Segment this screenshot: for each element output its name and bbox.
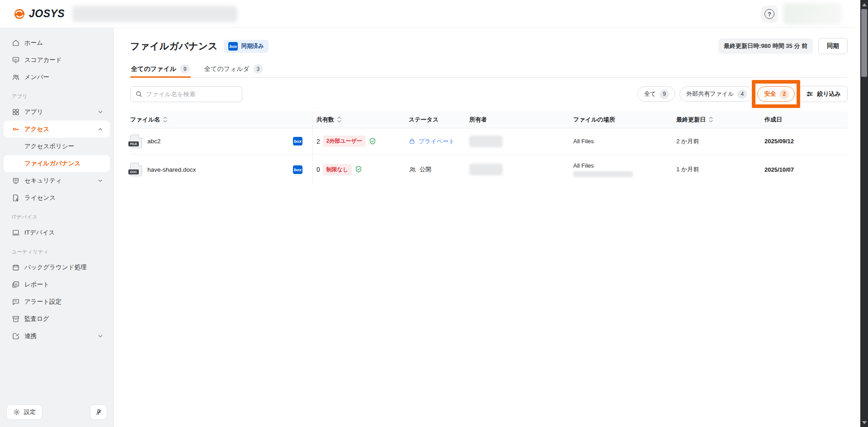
sidebar-item-integration[interactable]: 連携 — [4, 328, 110, 345]
sidebar-item-apps[interactable]: アプリ — [4, 103, 110, 121]
search-input[interactable] — [146, 91, 237, 98]
status-public: 公開 — [409, 165, 431, 174]
no-restriction-tag: 制限なし — [323, 164, 352, 175]
sidebar-item-scorecard[interactable]: スコアカード — [4, 52, 110, 69]
shield-check-icon — [368, 137, 377, 145]
josys-logo[interactable]: JOSYS — [0, 8, 65, 20]
brand-text: JOSYS — [29, 8, 65, 20]
file-name[interactable]: abc2 — [147, 138, 160, 145]
sidebar-item-background[interactable]: バックグラウンド処理 — [4, 259, 110, 276]
top-header: JOSYS ? — [0, 0, 860, 28]
filter-chip-safe[interactable]: 安全 2 — [757, 86, 795, 102]
file-location[interactable]: All Files — [573, 138, 594, 145]
sidebar-item-audit[interactable]: 監査ログ — [4, 310, 110, 328]
table-row[interactable]: DOC have-shared.docx box 0 制限なし 公開 — [130, 155, 848, 184]
sliders-icon — [806, 90, 813, 98]
sidebar-item-alerts[interactable]: アラート設定 — [4, 293, 110, 310]
file-name[interactable]: have-shared.docx — [147, 166, 196, 173]
sidebar-item-security[interactable]: セキュリティ — [4, 172, 110, 189]
sort-icon[interactable] — [337, 117, 342, 122]
file-type-icon: FILE — [130, 135, 142, 148]
box-logo-icon: box — [228, 42, 238, 51]
laptop-icon — [12, 229, 20, 237]
sort-icon[interactable] — [708, 117, 713, 122]
tab-all-folders-count: 3 — [253, 64, 263, 74]
sidebar-item-access[interactable]: アクセス — [4, 121, 110, 138]
files-table: ファイル名 共有数 ステータス 所有者 ファイルの場所 最終更新日 — [130, 111, 848, 184]
sidebar-item-reports[interactable]: レポート — [4, 276, 110, 293]
refine-filter-button[interactable]: 絞り込み — [799, 86, 848, 102]
file-search — [130, 86, 242, 102]
box-provider-icon: box — [293, 165, 302, 174]
gear-icon — [13, 408, 20, 416]
redacted-location-detail — [573, 171, 633, 177]
chevron-down-icon — [97, 178, 104, 184]
status-private: プライベート — [409, 137, 455, 145]
sidebar-item-license[interactable]: ライセンス — [4, 189, 110, 206]
col-status: ステータス — [405, 116, 466, 124]
sidebar-item-home[interactable]: ホーム — [4, 34, 110, 52]
filter-chip-external[interactable]: 外部共有ファイル 4 — [679, 86, 753, 102]
redacted-profile[interactable] — [783, 3, 842, 25]
col-file-name: ファイル名 — [130, 111, 313, 128]
redacted-header-field — [72, 6, 237, 22]
chevron-up-icon — [97, 126, 104, 132]
members-icon — [12, 73, 20, 81]
shield-icon — [12, 177, 20, 185]
sidebar-item-devices[interactable]: ITデバイス — [4, 224, 110, 241]
tab-all-folders[interactable]: 全てのフォルダ 3 — [203, 61, 264, 77]
col-updated: 最終更新日 — [673, 116, 761, 124]
file-location[interactable]: All Files — [573, 162, 594, 169]
filter-chip-safe-count: 2 — [779, 89, 789, 99]
sidebar-item-file-governance[interactable]: ファイルガバナンス — [4, 155, 110, 172]
shield-check-icon — [354, 165, 363, 174]
tab-all-files[interactable]: 全てのファイル 9 — [130, 61, 191, 77]
unpin-sidebar-button[interactable] — [90, 404, 107, 420]
license-file-icon — [12, 194, 20, 202]
table-row[interactable]: FILE abc2 box 2 2外部ユーザー プライベート — [130, 128, 848, 155]
tabs: 全てのファイル 9 全てのフォルダ 3 — [130, 61, 848, 78]
box-sync-badge: box 同期済み — [224, 40, 268, 53]
filter-chip-all[interactable]: 全て 9 — [637, 86, 675, 102]
col-owner: 所有者 — [466, 116, 570, 124]
people-icon — [409, 166, 416, 174]
sync-check-icon — [12, 332, 20, 340]
external-users-tag: 2外部ユーザー — [323, 136, 366, 147]
sort-icon[interactable] — [163, 117, 168, 122]
josys-swirl-icon — [14, 8, 25, 20]
share-count: 2 — [316, 138, 320, 145]
table-header-row: ファイル名 共有数 ステータス 所有者 ファイルの場所 最終更新日 — [130, 111, 848, 128]
main-content: ファイルガバナンス box 同期済み 最終更新日時:980 時間 35 分 前 … — [114, 28, 860, 427]
last-updated-chip: 最終更新日時:980 時間 35 分 前 — [718, 38, 813, 54]
scrollbar-thumb[interactable] — [861, 9, 867, 77]
sidebar: ホーム スコアカード メンバー アプリ アプリ — [0, 28, 114, 427]
redacted-owner — [469, 164, 503, 175]
updated-at: 1 か月前 — [676, 165, 699, 174]
sidebar-item-access-policy[interactable]: アクセスポリシー — [4, 138, 110, 155]
redacted-owner — [469, 136, 503, 147]
home-icon — [12, 39, 20, 47]
sidebar-item-members[interactable]: メンバー — [4, 69, 110, 86]
created-at: 2025/09/12 — [764, 138, 794, 145]
box-provider-icon: box — [293, 137, 302, 145]
scroll-up-arrow[interactable] — [860, 1, 868, 8]
col-share-count: 共有数 — [313, 116, 405, 124]
page-scrollbar[interactable] — [860, 0, 868, 427]
pin-off-icon — [95, 408, 103, 416]
settings-button[interactable]: 設定 — [6, 404, 42, 420]
share-count: 0 — [316, 166, 320, 173]
question-icon: ? — [764, 9, 774, 19]
help-button[interactable]: ? — [761, 5, 778, 23]
filter-chip-external-count: 4 — [737, 89, 747, 99]
scroll-down-arrow[interactable] — [860, 419, 868, 426]
updated-at: 2 か月前 — [676, 137, 699, 145]
sync-button[interactable]: 同期 — [818, 38, 848, 54]
col-location: ファイルの場所 — [570, 116, 673, 124]
sidebar-section-devices: ITデバイス — [4, 206, 110, 224]
key-icon — [12, 125, 20, 133]
chevron-down-icon — [97, 109, 104, 115]
tab-all-files-count: 9 — [180, 64, 190, 74]
created-at: 2025/10/07 — [764, 166, 794, 173]
lock-icon — [409, 138, 415, 145]
filter-chip-all-count: 9 — [660, 89, 669, 99]
